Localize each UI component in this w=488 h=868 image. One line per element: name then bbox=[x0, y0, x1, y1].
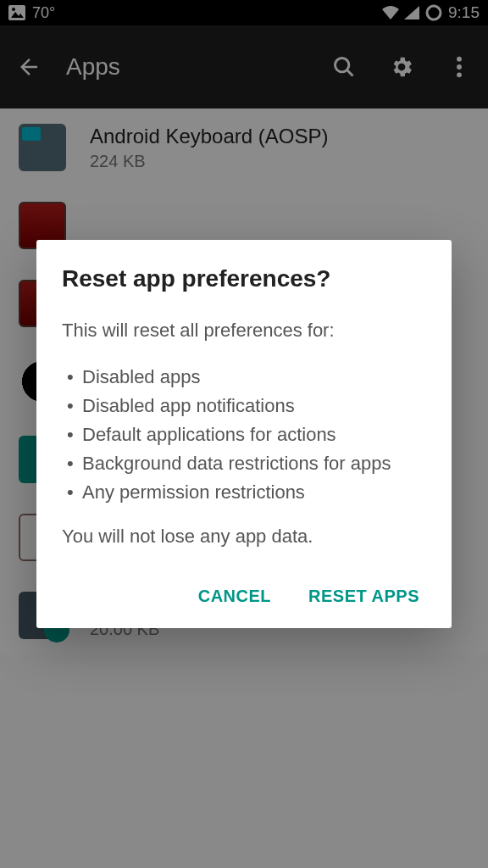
dialog-footer-text: You will not lose any app data. bbox=[62, 526, 426, 548]
reset-preferences-dialog: Reset app preferences? This will reset a… bbox=[36, 240, 452, 628]
dialog-bullet-list: Disabled apps Disabled app notifications… bbox=[67, 363, 426, 507]
reset-apps-button[interactable]: RESET APPS bbox=[305, 578, 423, 615]
dialog-title: Reset app preferences? bbox=[62, 265, 426, 292]
dialog-scrim[interactable]: Reset app preferences? This will reset a… bbox=[0, 0, 488, 868]
dialog-bullet: Background data restrictions for apps bbox=[67, 449, 426, 478]
dialog-intro: This will reset all preferences for: bbox=[62, 316, 426, 344]
dialog-bullet: Disabled apps bbox=[67, 363, 426, 392]
cancel-button[interactable]: CANCEL bbox=[195, 578, 274, 615]
dialog-bullet: Default applications for actions bbox=[67, 420, 426, 449]
dialog-bullet: Any permission restrictions bbox=[67, 478, 426, 507]
dialog-actions: CANCEL RESET APPS bbox=[62, 578, 426, 615]
dialog-bullet: Disabled app notifications bbox=[67, 392, 426, 420]
